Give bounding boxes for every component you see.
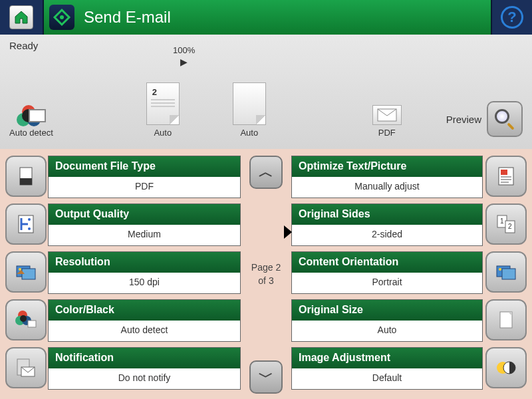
zoom-indicator: 100% ▶ <box>173 45 195 68</box>
envelope-icon <box>372 105 402 125</box>
auto-detect-indicator[interactable]: Auto detect <box>9 105 53 138</box>
setting-title: Resolution <box>49 252 240 273</box>
setting-title: Image Adjustment <box>292 348 482 368</box>
setting-image-adjustment[interactable]: Image AdjustmentDefault <box>291 347 527 390</box>
setting-output-quality[interactable]: Output QualityMedium <box>5 203 241 246</box>
svg-rect-14 <box>28 321 36 327</box>
setting-value: Portrait <box>292 273 482 293</box>
help-button[interactable]: ? <box>491 0 532 35</box>
setting-title: Original Sides <box>292 204 482 225</box>
scroll-up-button[interactable]: ︿ <box>249 156 283 189</box>
svg-point-9 <box>19 268 21 271</box>
setting-title: Original Size <box>292 300 482 321</box>
svg-rect-19 <box>501 176 511 178</box>
svg-rect-3 <box>20 178 32 185</box>
setting-notification[interactable]: NotificationDo not notify <box>5 347 241 390</box>
setting-value: 150 dpi <box>49 273 240 293</box>
title-bar: Send E-mail <box>44 0 491 35</box>
setting-color-black[interactable]: Color/BlackAuto detect <box>5 299 241 342</box>
zoom-auto-indicator[interactable]: Auto <box>233 82 266 138</box>
document-file-icon <box>5 156 47 197</box>
sides-icon: 12 <box>485 203 527 245</box>
pdf-indicator[interactable]: PDF <box>372 105 402 138</box>
svg-point-6 <box>28 227 31 230</box>
page-title: Send E-mail <box>84 8 171 27</box>
scroll-down-button[interactable]: ﹀ <box>249 360 283 394</box>
page-indicator: Page 2 of 3 <box>251 261 281 287</box>
color-black-icon <box>5 299 47 340</box>
svg-rect-29 <box>500 312 512 328</box>
help-icon: ? <box>501 6 523 29</box>
blank-page-icon <box>233 82 266 125</box>
setting-optimize-text-picture[interactable]: Optimize Text/PictureManually adjust <box>291 156 527 198</box>
setting-title: Content Orientation <box>292 252 482 273</box>
setting-value: Default <box>292 368 482 389</box>
svg-text:2: 2 <box>508 223 512 230</box>
page-auto-indicator[interactable]: 2 Auto <box>146 82 180 138</box>
svg-point-0 <box>60 15 64 19</box>
notification-icon <box>5 347 47 388</box>
orientation-icon <box>485 251 527 293</box>
size-icon <box>485 299 527 340</box>
send-diamond-icon <box>49 5 74 30</box>
svg-point-28 <box>499 268 501 271</box>
svg-text:1: 1 <box>500 217 504 225</box>
setting-original-sides[interactable]: Original Sides2-sided12 <box>291 203 527 246</box>
setting-title: Notification <box>49 348 240 368</box>
svg-point-5 <box>28 218 31 221</box>
preview-button[interactable] <box>487 101 523 137</box>
setting-title: Color/Black <box>49 300 240 321</box>
setting-title: Output Quality <box>49 204 240 225</box>
setting-value: Manually adjust <box>292 177 482 198</box>
setting-title: Document File Type <box>49 156 240 177</box>
preview-label: Preview <box>446 114 481 125</box>
setting-content-orientation[interactable]: Content OrientationPortrait <box>291 251 527 294</box>
setting-value: Auto <box>292 321 482 341</box>
home-icon <box>9 5 33 29</box>
svg-point-13 <box>20 315 27 322</box>
home-button[interactable] <box>0 0 44 35</box>
setting-document-file-type[interactable]: Document File TypePDF <box>5 156 241 198</box>
setting-resolution[interactable]: Resolution150 dpi <box>5 251 241 294</box>
setting-value: Do not notify <box>49 368 240 389</box>
svg-rect-20 <box>501 179 511 180</box>
page-thumb-icon: 2 <box>146 82 180 125</box>
magnify-icon <box>495 109 515 129</box>
image-adjust-icon <box>485 347 527 388</box>
setting-value: PDF <box>49 177 240 198</box>
setting-original-size[interactable]: Original SizeAuto <box>291 299 527 342</box>
chevron-down-icon: ﹀ <box>259 367 273 387</box>
resolution-icon <box>5 251 47 293</box>
svg-rect-21 <box>501 182 509 183</box>
chevron-up-icon: ︿ <box>259 162 273 182</box>
setting-value: 2-sided <box>292 225 482 245</box>
svg-rect-27 <box>502 269 515 279</box>
optimize-icon <box>485 156 527 197</box>
arrow-right-icon: ▶ <box>180 57 188 67</box>
setting-value: Auto detect <box>49 321 240 341</box>
setting-title: Optimize Text/Picture <box>292 156 482 177</box>
svg-rect-18 <box>501 170 507 175</box>
quality-icon <box>5 203 47 245</box>
setting-value: Medium <box>49 225 240 245</box>
status-text: Ready <box>9 40 523 51</box>
